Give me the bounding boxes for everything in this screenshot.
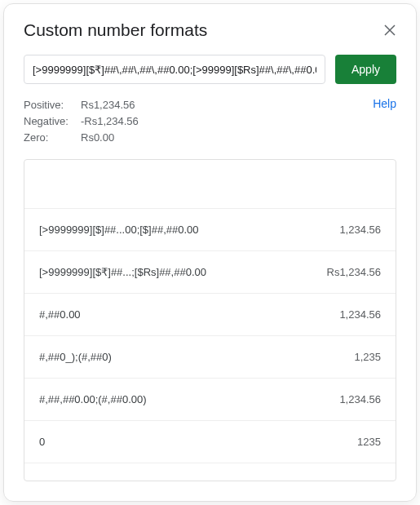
preview-zero: Zero: Rs0.00 [24, 130, 396, 146]
preview-positive: Positive: Rs1,234.56 [24, 97, 396, 113]
format-input-row: Apply [24, 55, 396, 84]
close-icon[interactable] [383, 24, 396, 37]
formats-list-container: [>9999999][$]##...00;[$]##,##0.00 1,234.… [24, 159, 396, 481]
format-sample: 1,234.56 [339, 224, 381, 236]
preview-zero-label: Zero: [24, 130, 81, 146]
help-link[interactable]: Help [373, 97, 396, 110]
preview-negative-label: Negative: [24, 113, 81, 130]
format-row[interactable]: [>9999999][$₹]##...;[$Rs]##,##0.00 Rs1,2… [24, 251, 396, 294]
format-sample: Rs1,234.56 [327, 266, 382, 278]
format-pattern: #,##0.00 [39, 308, 81, 321]
list-spacer [24, 160, 396, 209]
format-pattern: 0.00 [39, 478, 60, 481]
format-sample: 1235 [357, 436, 381, 448]
preview-negative: Negative: -Rs1,234.56 [24, 113, 396, 130]
format-pattern: [>9999999][$₹]##...;[$Rs]##,##0.00 [39, 266, 206, 278]
format-row[interactable]: #,##0.00 1,234.56 [24, 294, 396, 336]
format-pattern: #,##,##0.00;(#,##0.00) [39, 393, 147, 405]
custom-number-formats-dialog: Custom number formats Apply Positive: Rs… [3, 3, 417, 502]
preview-positive-label: Positive: [24, 97, 81, 113]
format-sample: 1,235 [354, 351, 381, 363]
format-row[interactable]: 0.00 1234.56 [24, 463, 396, 481]
format-sample: 1,234.56 [339, 393, 381, 405]
preview-zero-value: Rs0.00 [81, 130, 114, 146]
preview-negative-value: -Rs1,234.56 [81, 113, 139, 130]
format-sample: 1234.56 [343, 478, 381, 481]
format-sample: 1,234.56 [339, 308, 381, 321]
dialog-title: Custom number formats [24, 20, 207, 40]
apply-button[interactable]: Apply [335, 55, 396, 84]
format-pattern: 0 [39, 436, 45, 448]
format-pattern: [>9999999][$]##...00;[$]##,##0.00 [39, 224, 199, 236]
format-row[interactable]: #,##0_);(#,##0) 1,235 [24, 336, 396, 379]
preview-positive-value: Rs1,234.56 [81, 97, 135, 113]
format-pattern: #,##0_);(#,##0) [39, 351, 112, 363]
format-row[interactable]: 0 1235 [24, 421, 396, 463]
dialog-header: Custom number formats [24, 20, 396, 40]
preview-block: Positive: Rs1,234.56 Negative: -Rs1,234.… [24, 97, 396, 146]
format-input[interactable] [24, 55, 325, 84]
format-row[interactable]: #,##,##0.00;(#,##0.00) 1,234.56 [24, 379, 396, 421]
formats-list[interactable]: [>9999999][$]##...00;[$]##,##0.00 1,234.… [24, 160, 396, 481]
format-row[interactable]: [>9999999][$]##...00;[$]##,##0.00 1,234.… [24, 209, 396, 251]
